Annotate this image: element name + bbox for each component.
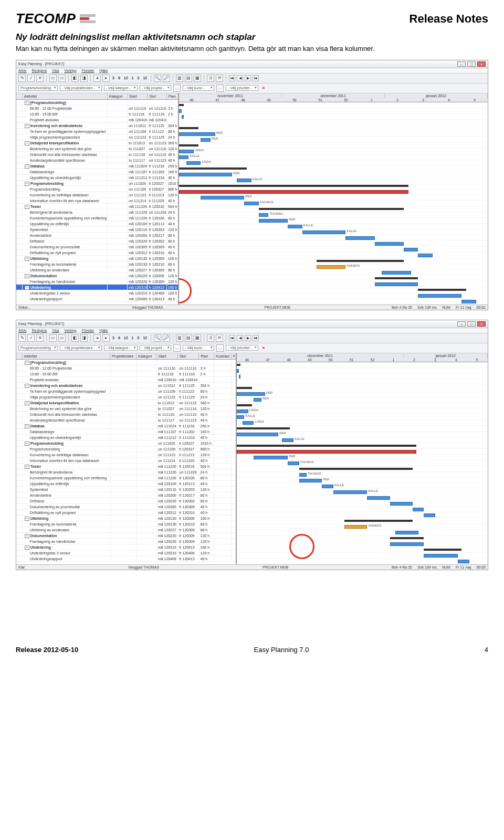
toolbar-btn[interactable]: ▥ bbox=[176, 334, 183, 342]
filter-kund[interactable]: - Välj kund - bbox=[183, 345, 214, 351]
menu-verktyg[interactable]: Verktyg bbox=[64, 69, 76, 72]
gantt-bar[interactable] bbox=[237, 445, 416, 447]
table-row[interactable]: −Tester må 111226fr 120316 504 h bbox=[16, 204, 178, 209]
nav-last-icon[interactable]: ⏭ bbox=[253, 335, 259, 341]
gantt-bar[interactable] bbox=[237, 387, 252, 389]
toolbar-left-icon[interactable]: ◂ bbox=[93, 75, 101, 82]
table-row[interactable]: Dokumentering av provresultat må 120305f… bbox=[16, 504, 236, 510]
toolbar-right-icon[interactable]: ▸ bbox=[102, 334, 110, 342]
toolbar-pencil-icon[interactable]: ✎ bbox=[18, 334, 26, 342]
clear-filters-icon[interactable]: ✕ bbox=[260, 86, 267, 90]
table-row[interactable]: Behörighet till användarna må 111226on 1… bbox=[16, 469, 236, 475]
col-aktivitet[interactable]: Aktivitet bbox=[23, 353, 110, 359]
toolbar-btn[interactable]: ◨ bbox=[80, 75, 88, 82]
gantt-bar[interactable] bbox=[345, 236, 374, 240]
gantt-bar[interactable] bbox=[186, 161, 201, 165]
table-row[interactable]: 13:00 - 15:00 BIF fr 111118fr 111118 2 h bbox=[16, 371, 236, 377]
table-row[interactable]: Driftstest må 120220fr 120302 80 h bbox=[16, 238, 178, 244]
gantt-bar[interactable] bbox=[179, 167, 247, 170]
col-plan[interactable]: Plan bbox=[199, 353, 214, 359]
gantt-bar[interactable] bbox=[237, 369, 239, 373]
table-row[interactable]: Välja programmeringsstandard on 111123fr… bbox=[16, 394, 236, 400]
gantt-bar[interactable] bbox=[413, 508, 424, 511]
col-start[interactable]: Start bbox=[128, 93, 148, 99]
table-row[interactable]: Gränssnitt mot alla intressenter utarbet… bbox=[16, 152, 178, 158]
table-row[interactable]: Dokumentering av provresultat må 120305f… bbox=[16, 244, 178, 250]
table-row[interactable]: Utvärderingsfas 3 veckor må 120319fr 120… bbox=[16, 550, 236, 556]
minimize-button[interactable]: – bbox=[457, 61, 466, 67]
filter-projektledare[interactable]: - Välj projektledare - bbox=[60, 85, 102, 91]
gantt-bar[interactable] bbox=[182, 115, 184, 119]
table-row[interactable]: Uppsättning av utvecklingsmiljö må 11121… bbox=[16, 175, 178, 181]
table-row[interactable]: Utbildning av användare må 120227fr 1203… bbox=[16, 527, 236, 533]
zoom-num[interactable]: 1 bbox=[131, 76, 135, 80]
zoom-num[interactable]: 1 bbox=[131, 336, 135, 340]
gantt-bar[interactable] bbox=[418, 294, 461, 298]
filter-ellipsis[interactable]: … bbox=[173, 344, 181, 352]
zoom-num[interactable]: 12 bbox=[123, 336, 129, 340]
table-row[interactable]: Utvärderingsrapport må 120409fr 120413 4… bbox=[16, 296, 178, 302]
gantt-bar[interactable] bbox=[418, 254, 433, 257]
gantt-bar[interactable] bbox=[179, 104, 184, 106]
toolbar-btn[interactable]: ▥ bbox=[176, 75, 183, 82]
maximize-button[interactable]: □ bbox=[467, 61, 476, 67]
table-row[interactable]: −Programutveckling on 111026ti 120327 10… bbox=[16, 181, 178, 186]
gantt-bar[interactable] bbox=[344, 525, 367, 529]
table-row[interactable]: Beskrivning av vad systemet ska göra to … bbox=[16, 406, 236, 412]
filter-projekt[interactable]: - Välj projekt - bbox=[140, 345, 171, 351]
gantt-bar[interactable] bbox=[299, 468, 413, 470]
table-row[interactable]: Konverteringsarbete uppsättning och veri… bbox=[16, 215, 178, 221]
table-row[interactable]: Konvertering av befintliga databaser on … bbox=[16, 192, 178, 198]
table-row[interactable]: Programutveckling on 111109ti 120327 800… bbox=[16, 446, 236, 452]
gantt-bar[interactable] bbox=[237, 433, 278, 436]
zoom-num[interactable]: 3 bbox=[136, 76, 141, 80]
table-row[interactable]: Systemtest må 120116fr 120203 120 h bbox=[16, 227, 178, 233]
gantt-bar[interactable] bbox=[243, 421, 254, 425]
toolbar-left-icon[interactable]: ◂ bbox=[93, 334, 101, 342]
zoom-num[interactable]: 3 bbox=[111, 336, 116, 340]
gantt-bar[interactable] bbox=[201, 196, 244, 200]
toolbar-btn[interactable]: ◧ bbox=[71, 334, 79, 342]
menu-visa[interactable]: Visa bbox=[52, 329, 59, 332]
toolbar-btn[interactable]: ⎙ bbox=[207, 75, 214, 82]
table-row[interactable]: Utvärderingsfas 3 veckor må 120319fr 120… bbox=[16, 290, 178, 296]
table-row[interactable]: Konvertering av befintliga databaser on … bbox=[16, 452, 236, 458]
gantt-bar[interactable] bbox=[322, 485, 333, 488]
toolbar-btn[interactable]: ⟳ bbox=[216, 334, 223, 342]
gantt-bar[interactable] bbox=[282, 438, 293, 442]
toolbar-zoom-out-icon[interactable]: 🔎 bbox=[163, 75, 170, 82]
close-button[interactable]: × bbox=[477, 321, 486, 327]
col-plan[interactable]: Plan bbox=[167, 93, 178, 99]
table-row[interactable]: −Utbildning må 120130fr 120309 160 h bbox=[16, 516, 236, 521]
nav-first-icon[interactable]: ⏮ bbox=[229, 75, 235, 81]
table-row[interactable]: Projektet avslutas må 120416må 120416 bbox=[16, 117, 178, 123]
gantt-bar[interactable] bbox=[237, 415, 244, 419]
gantt-bar[interactable] bbox=[237, 410, 248, 413]
gantt-bar[interactable] bbox=[259, 213, 268, 217]
zoom-num[interactable]: 6 bbox=[117, 336, 121, 340]
table-row[interactable]: Användargränssnittet specificeras to 111… bbox=[16, 417, 236, 423]
table-row[interactable]: 09:00 - 12:00 Projektmöte on 111116on 11… bbox=[16, 106, 178, 111]
table-row[interactable]: Beskrivning av vad systemet ska göra to … bbox=[16, 146, 178, 152]
gantt-bar[interactable] bbox=[237, 404, 252, 406]
toolbar-btn[interactable]: ▭ bbox=[58, 334, 66, 342]
gantt-bar[interactable] bbox=[244, 202, 259, 205]
gantt-bar[interactable] bbox=[317, 265, 345, 269]
gantt-bar[interactable] bbox=[288, 461, 299, 465]
gantt-bar[interactable] bbox=[458, 560, 469, 563]
table-row[interactable]: Ta fram en grundläggande systemuppbyggna… bbox=[16, 388, 236, 394]
filter-projekt[interactable]: - Välj projekt - bbox=[140, 85, 171, 91]
table-row[interactable]: Framtagning av handböcker må 120220fr 12… bbox=[16, 279, 178, 285]
toolbar-zoom-in-icon[interactable]: 🔍 bbox=[154, 75, 161, 82]
gantt-bar[interactable] bbox=[179, 155, 188, 159]
gantt-bar[interactable] bbox=[461, 300, 476, 303]
col-slut[interactable]: Slut bbox=[178, 353, 199, 359]
menu-hjalp[interactable]: Hjälp bbox=[99, 69, 108, 72]
filter-program[interactable]: Programutveckling bbox=[18, 345, 58, 351]
gantt-bar[interactable] bbox=[333, 490, 368, 494]
gantt-bar[interactable] bbox=[179, 109, 182, 113]
table-row[interactable]: −Dokumentation må 120220fr 120309 120 h bbox=[16, 273, 178, 279]
table-row[interactable]: −[Programutveckling] bbox=[16, 100, 178, 106]
table-row[interactable]: Uppsättning av utvecklingsmiljö må 11121… bbox=[16, 435, 236, 440]
col-f[interactable]: F bbox=[232, 353, 236, 359]
